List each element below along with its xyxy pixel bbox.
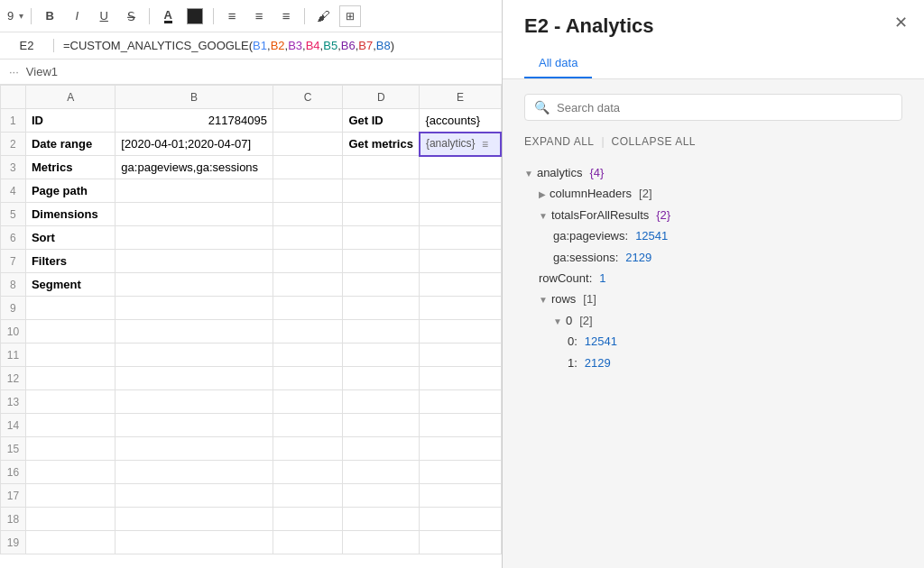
font-size-display: 9 — [7, 9, 14, 23]
tree-node-analytics[interactable]: ▼ analytics {4} — [524, 162, 902, 183]
cell-b3[interactable]: ga:pageviews,ga:sessions — [116, 156, 273, 179]
row-num-6: 6 — [1, 226, 26, 250]
cell-a4[interactable]: Page path — [25, 179, 115, 203]
align-center-button[interactable]: ≡ — [248, 5, 270, 27]
sheet-dots-icon: ··· — [9, 65, 19, 78]
tree-key-columnheaders: columnHeaders — [550, 183, 632, 204]
cell-b1[interactable]: 211784095 — [116, 109, 273, 133]
tree-val-item0: 12541 — [585, 331, 617, 352]
formula-bar: E2 =CUSTOM_ANALYTICS_GOOGLE(B1,B2,B3,B4,… — [0, 32, 502, 60]
toolbar-divider-2 — [149, 8, 150, 24]
search-input[interactable] — [557, 101, 892, 115]
tree-node-columnheaders[interactable]: ▶ columnHeaders [2] — [524, 183, 902, 204]
fill-color-button[interactable] — [184, 5, 206, 27]
font-color-button[interactable]: A — [157, 5, 179, 27]
cell-b2[interactable]: [2020-04-01;2020-04-07] — [116, 133, 273, 156]
collapse-arrow-analytics[interactable]: ▼ — [524, 166, 533, 182]
close-button[interactable]: ✕ — [894, 13, 908, 32]
col-header-b[interactable]: B — [116, 86, 273, 109]
paint-format-button[interactable]: 🖌 — [312, 5, 334, 27]
cell-c3[interactable] — [273, 156, 342, 179]
cell-a6[interactable]: Sort — [25, 226, 115, 250]
cell-d4[interactable] — [343, 179, 420, 203]
cell-b6[interactable] — [116, 226, 273, 250]
cell-c7[interactable] — [273, 250, 342, 273]
cell-d7[interactable] — [343, 250, 420, 273]
cell-b8[interactable] — [116, 273, 273, 297]
tree-node-totals[interactable]: ▼ totalsForAllResults {2} — [524, 205, 902, 225]
col-header-d[interactable]: D — [343, 86, 420, 109]
tree-count-totals: {2} — [656, 205, 670, 225]
bold-button[interactable]: B — [39, 5, 60, 27]
formula-content[interactable]: =CUSTOM_ANALYTICS_GOOGLE(B1,B2,B3,B4,B5,… — [54, 39, 502, 52]
cell-a3[interactable]: Metrics — [25, 156, 115, 179]
cell-e8[interactable] — [420, 273, 501, 297]
cell-c4[interactable] — [273, 179, 342, 203]
panel-title: E2 - Analytics — [524, 14, 902, 38]
cell-c6[interactable] — [273, 226, 342, 250]
cell-a1[interactable]: ID — [25, 109, 115, 133]
cell-c5[interactable] — [273, 203, 342, 226]
collapse-all-button[interactable]: COLLAPSE ALL — [612, 135, 696, 148]
strikethrough-button[interactable]: S̶ — [120, 5, 142, 27]
search-icon: 🔍 — [534, 100, 550, 115]
cell-a8[interactable]: Segment — [25, 273, 115, 297]
col-header-a[interactable]: A — [25, 86, 115, 109]
cell-e2[interactable]: {analytics} ≡ — [420, 133, 501, 156]
cell-a7[interactable]: Filters — [25, 250, 115, 273]
cell-b7[interactable] — [116, 250, 273, 273]
cell-e6[interactable] — [420, 226, 501, 250]
cell-e4[interactable] — [420, 179, 501, 203]
cell-a2[interactable]: Date range — [25, 133, 115, 156]
tree-key-totals: totalsForAllResults — [551, 205, 649, 225]
table-row: 18 — [1, 508, 502, 531]
tab-all-data[interactable]: All data — [524, 49, 592, 78]
tree-node-rowcount: rowCount: 1 — [524, 268, 902, 289]
col-header-e[interactable]: E — [420, 86, 501, 109]
toolbar-divider-4 — [304, 8, 305, 24]
list-icon[interactable]: ≡ — [482, 138, 494, 151]
cell-e3[interactable] — [420, 156, 501, 179]
border-style-button[interactable]: ⊞ — [339, 5, 361, 27]
right-content: 🔍 EXPAND ALL | COLLAPSE ALL ▼ analytics … — [503, 79, 924, 568]
cell-e1[interactable]: {accounts} — [420, 109, 501, 133]
search-box: 🔍 — [524, 94, 902, 121]
cell-e7[interactable] — [420, 250, 501, 273]
tree-node-item1: 1: 2129 — [524, 353, 902, 373]
col-header-c[interactable]: C — [273, 86, 342, 109]
cell-b5[interactable] — [116, 203, 273, 226]
collapse-arrow-totals[interactable]: ▼ — [539, 208, 548, 224]
font-color-icon: A — [164, 9, 172, 23]
tree-key-pageviews: ga:pageviews: — [553, 225, 628, 246]
align-right-button[interactable]: ≡ — [275, 5, 297, 27]
row-num-3: 3 — [1, 156, 26, 179]
font-size-chevron-icon[interactable]: ▾ — [19, 11, 23, 21]
tree-key-row0: 0 — [566, 310, 572, 331]
table-row: 4 Page path — [1, 179, 502, 203]
cell-c8[interactable] — [273, 273, 342, 297]
cell-d2[interactable]: Get metrics — [343, 133, 420, 156]
right-panel: ✕ E2 - Analytics All data 🔍 EXPAND ALL |… — [503, 0, 924, 568]
cell-d6[interactable] — [343, 226, 420, 250]
expand-arrow-columnheaders[interactable]: ▶ — [539, 187, 546, 203]
italic-button[interactable]: I — [66, 5, 88, 27]
expand-collapse-row: EXPAND ALL | COLLAPSE ALL — [524, 135, 902, 148]
cell-d5[interactable] — [343, 203, 420, 226]
tree-val-item1: 2129 — [585, 353, 611, 373]
underline-button[interactable]: U — [93, 5, 115, 27]
cell-c1[interactable] — [273, 109, 342, 133]
cell-a5[interactable]: Dimensions — [25, 203, 115, 226]
cell-c2[interactable] — [273, 133, 342, 156]
tree-node-row0[interactable]: ▼ 0 [2] — [524, 310, 902, 331]
cell-b4[interactable] — [116, 179, 273, 203]
cell-d1[interactable]: Get ID — [343, 109, 420, 133]
collapse-arrow-rows[interactable]: ▼ — [539, 292, 548, 308]
cell-e5[interactable] — [420, 203, 501, 226]
collapse-arrow-row0[interactable]: ▼ — [553, 314, 562, 330]
row-num-8: 8 — [1, 273, 26, 297]
align-left-button[interactable]: ≡ — [221, 5, 243, 27]
cell-d8[interactable] — [343, 273, 420, 297]
expand-all-button[interactable]: EXPAND ALL — [524, 135, 594, 148]
tree-node-rows[interactable]: ▼ rows [1] — [524, 289, 902, 309]
cell-d3[interactable] — [343, 156, 420, 179]
